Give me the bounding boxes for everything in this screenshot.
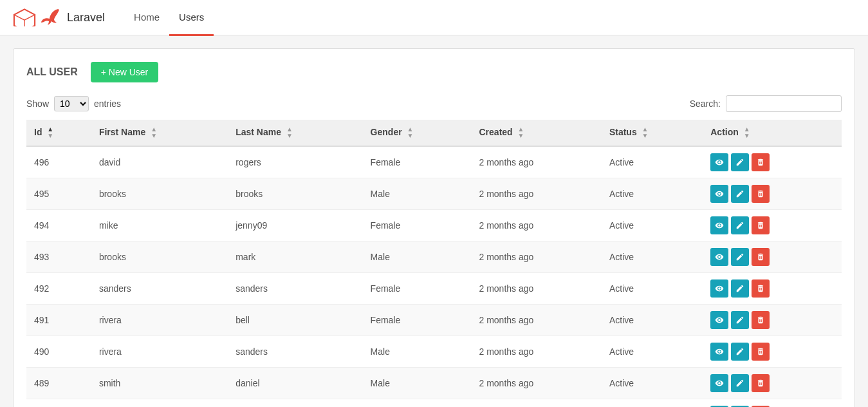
- delete-button[interactable]: [752, 248, 770, 266]
- trash-icon: [756, 284, 765, 293]
- table-header: Id ▲ ▼ First Name ▲▼ Last Name ▲▼: [26, 120, 842, 146]
- table-body: 496 david rogers Female 2 months ago Act…: [26, 146, 842, 407]
- navbar: Laravel Home Users: [0, 0, 868, 35]
- cell-status: Active: [602, 399, 703, 408]
- col-first-name[interactable]: First Name ▲▼: [91, 120, 228, 146]
- cell-action: [703, 178, 842, 210]
- edit-button[interactable]: [731, 374, 749, 392]
- edit-icon: [735, 379, 744, 388]
- cell-gender: Female: [363, 273, 472, 305]
- col-gender[interactable]: Gender ▲▼: [363, 120, 472, 146]
- delete-button[interactable]: [752, 153, 770, 171]
- view-button[interactable]: [710, 185, 728, 203]
- brand-logo-link[interactable]: Laravel: [13, 8, 105, 26]
- edit-button[interactable]: [731, 311, 749, 329]
- delete-button[interactable]: [752, 279, 770, 298]
- cell-created: 2 months ago: [472, 210, 602, 241]
- action-buttons: [710, 185, 834, 203]
- action-buttons: [710, 153, 834, 171]
- col-id[interactable]: Id ▲ ▼: [26, 120, 91, 146]
- delete-button[interactable]: [752, 374, 770, 392]
- show-label: Show: [26, 99, 49, 109]
- delete-button[interactable]: [752, 311, 770, 329]
- edit-icon: [735, 316, 744, 325]
- cell-gender: Male: [363, 241, 472, 273]
- eye-icon: [715, 379, 724, 388]
- col-last-name[interactable]: Last Name ▲▼: [228, 120, 362, 146]
- eye-icon: [715, 158, 724, 167]
- cell-gender: Female: [363, 146, 472, 178]
- cell-action: [703, 146, 842, 178]
- trash-icon: [756, 221, 765, 230]
- cell-created: 2 months ago: [472, 399, 602, 408]
- cell-status: Active: [602, 273, 703, 305]
- nav-home[interactable]: Home: [124, 0, 169, 36]
- view-button[interactable]: [710, 216, 728, 234]
- edit-icon: [735, 158, 744, 167]
- edit-button[interactable]: [731, 279, 749, 298]
- cell-id: 492: [26, 273, 91, 305]
- nav-users[interactable]: Users: [169, 0, 214, 36]
- nav-links: Home Users: [124, 0, 214, 35]
- table-row: 488 john bell Female 2 months ago Active: [26, 399, 842, 408]
- cell-first-name: brooks: [91, 178, 228, 210]
- search-input[interactable]: [726, 95, 842, 112]
- new-user-button[interactable]: + New User: [91, 62, 159, 82]
- edit-button[interactable]: [731, 248, 749, 266]
- entries-select[interactable]: 102550100: [54, 96, 89, 111]
- cell-id: 493: [26, 241, 91, 273]
- cell-created: 2 months ago: [472, 146, 602, 178]
- cell-first-name: rivera: [91, 336, 228, 368]
- cell-gender: Female: [363, 210, 472, 241]
- cell-last-name: mark: [228, 241, 362, 273]
- sort-id-icon: ▲ ▼: [47, 126, 53, 139]
- cell-status: Active: [602, 336, 703, 368]
- cell-gender: Male: [363, 368, 472, 399]
- view-button[interactable]: [710, 343, 728, 361]
- cell-first-name: sanders: [91, 273, 228, 305]
- cell-status: Active: [602, 368, 703, 399]
- edit-button[interactable]: [731, 343, 749, 361]
- cell-status: Active: [602, 178, 703, 210]
- table-row: 489 smith daniel Male 2 months ago Activ…: [26, 368, 842, 399]
- eye-icon: [715, 284, 724, 293]
- table-row: 495 brooks brooks Male 2 months ago Acti…: [26, 178, 842, 210]
- action-buttons: [710, 279, 834, 298]
- view-button[interactable]: [710, 153, 728, 171]
- delete-button[interactable]: [752, 343, 770, 361]
- cell-action: [703, 305, 842, 336]
- edit-button[interactable]: [731, 185, 749, 203]
- table-row: 492 sanders sanders Female 2 months ago …: [26, 273, 842, 305]
- cell-status: Active: [602, 241, 703, 273]
- delete-button[interactable]: [752, 185, 770, 203]
- cell-last-name: sanders: [228, 273, 362, 305]
- delete-button[interactable]: [752, 216, 770, 234]
- cell-action: [703, 273, 842, 305]
- table-row: 494 mike jenny09 Female 2 months ago Act…: [26, 210, 842, 241]
- table-row: 491 rivera bell Female 2 months ago Acti…: [26, 305, 842, 336]
- eye-icon: [715, 347, 724, 356]
- edit-button[interactable]: [731, 153, 749, 171]
- view-button[interactable]: [710, 279, 728, 298]
- trash-icon: [756, 252, 765, 261]
- trash-icon: [756, 189, 765, 198]
- cell-first-name: smith: [91, 368, 228, 399]
- table-row: 493 brooks mark Male 2 months ago Active: [26, 241, 842, 273]
- eye-icon: [715, 189, 724, 198]
- col-action[interactable]: Action ▲▼: [703, 120, 842, 146]
- view-button[interactable]: [710, 374, 728, 392]
- col-created[interactable]: Created ▲▼: [472, 120, 602, 146]
- cell-gender: Female: [363, 305, 472, 336]
- cell-id: 495: [26, 178, 91, 210]
- cell-created: 2 months ago: [472, 273, 602, 305]
- view-button[interactable]: [710, 248, 728, 266]
- trash-icon: [756, 316, 765, 325]
- brand-name: Laravel: [67, 11, 105, 24]
- cell-last-name: bell: [228, 305, 362, 336]
- view-button[interactable]: [710, 311, 728, 329]
- show-entries-control: Show 102550100 entries: [26, 96, 121, 111]
- cell-gender: Male: [363, 336, 472, 368]
- col-status[interactable]: Status ▲▼: [602, 120, 703, 146]
- sort-action-icon: ▲▼: [744, 126, 750, 139]
- edit-button[interactable]: [731, 216, 749, 234]
